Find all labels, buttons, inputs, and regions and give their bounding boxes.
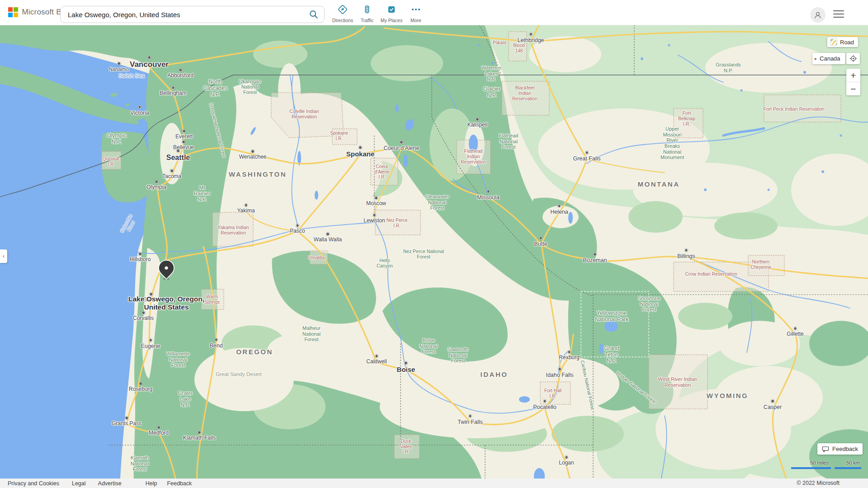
map-label-blackfeet-indian-reservation: Blackfeet Indian Reservation [512,85,538,101]
map-label-upper-missouri-river-breaks-national-monument: Upper Missouri River Breaks National Mon… [660,126,684,160]
zoom-in-button[interactable]: + [846,69,860,82]
map-label-missoula: Missoula [477,194,499,201]
map-label-spokane: Spokane [346,150,375,158]
footer-link-privacy-and-cookies[interactable]: Privacy and Cookies [8,480,59,487]
map-label-casper: Casper [764,404,782,410]
map-label-coeur-d-alene: Coeur d'Alene [384,145,420,151]
locate-me-button[interactable] [846,53,860,64]
map-label-north-cascades-n-p: North Cascades N.P. [203,79,227,98]
map-label-bridger-national-forest: Bridger National Forest [615,370,657,404]
ellipsis-icon [410,4,421,15]
map-feedback-button[interactable]: Feedback [817,443,863,455]
map-label-quinault-i-r: Quinault I.R [102,156,119,167]
hamburger-menu-icon[interactable] [833,10,844,19]
map-label-wyoming: WYOMING [707,392,749,399]
map-label-bellevue: Bellevue [173,145,194,151]
nav-my-places[interactable]: My Places [379,4,404,23]
footer-bar: Privacy and CookiesLegalAdvertiseHelpFee… [0,479,868,488]
map-label-idaho: IDAHO [481,371,508,378]
map-label-grants-pass: Grants Pass [112,421,142,427]
map-label-hillsboro: Hillsboro [130,257,151,263]
map-label-willamette-national-forest: Willamette National Forest [166,351,189,368]
map-label-walla-walla: Walla Walla [314,237,342,243]
map-label-duck-valley-i-r: Duck Valley I.R. [400,439,412,455]
search-input[interactable] [61,11,303,19]
scale-miles-bar [791,467,831,469]
map-label-northern-cheyenne: Northern Cheyenne [750,259,771,270]
map-label-umatilla: Umatilla [308,255,325,261]
scale-miles-label: 50 miles [810,460,829,465]
map-label-shoshone-national-forest: Shoshone National Forest [638,296,660,313]
map-label-blood-148: Blood 148 [513,43,525,53]
map-label-yakama-indian-reservation: Yakama Indian Reservation [217,225,249,235]
map-label-vancouver: Vancouver [130,60,169,69]
search-icon [309,9,319,19]
zoom-control: + − [846,69,860,95]
map-label-nez-perce-i-r: Nez Perce I.R. [387,218,408,228]
map-label-sawtooth-national-forest: Sawtooth National Forest [448,347,468,364]
map-label-everett: Everett [175,134,193,140]
footer-link-advertise[interactable]: Advertise [98,480,122,487]
account-avatar[interactable] [810,7,826,23]
map-labels-layer: VancouverNanaimoSalish SeaAbbotsfordBell… [0,25,868,488]
nav-directions[interactable]: Directions [330,4,355,23]
map-label-wind-river-indian-reservation: Wind River Indian Reservation [658,376,698,388]
location-pin[interactable] [157,259,175,280]
map-label-colville-indian-reservation: Colville Indian Reservation [289,108,319,119]
zoom-out-button[interactable]: − [846,82,860,95]
map-label-columbia-river: Columbia River [119,213,138,236]
map-label-logan: Logan [559,460,574,466]
map-label-gillette: Gillette [787,331,803,338]
footer-link-feedback[interactable]: Feedback [167,480,192,487]
collapse-panel-tab[interactable]: ‹ [0,249,7,263]
map-label-pocatello: Pocatello [533,404,556,410]
map-label-corvallis: Corvallis [133,315,154,322]
locate-icon [849,55,857,62]
map-label-oregon: OREGON [236,348,273,356]
map-label-clearwater-national-forest: Clearwater National Forest [425,194,449,211]
copyright-text: © 2022 Microsoft [797,480,840,486]
map-label-okanogan-national-forest: Okanogan National Forest [239,79,261,95]
search-box[interactable] [60,6,325,23]
map-label-yellowstone-national-park: Yellowstone National Park [594,310,628,323]
map-label-coeur-d-alene-i-r: Coeur d'Alene I.R. [374,164,389,180]
map-label-idaho-falls: Idaho Falls [546,372,573,378]
footer-link-legal[interactable]: Legal [72,480,86,487]
map-label-caribou-national-forest: Caribou National Forest [580,360,596,410]
region-label: Canada [820,55,840,62]
map-label-fort-hall-i-r: Fort Hall I.R. [544,388,561,399]
map-label-bozeman: Bozeman [583,257,607,263]
map-label-medford: Medford [149,430,169,436]
microsoft-logo-icon [8,7,18,17]
map-label-malheur-national-forest: Malheur National Forest [302,325,321,343]
map-label-snoqualmie-national-forest: Snoqualmie National Forest [208,103,226,158]
map-label-grand-teton-n-p: Grand Teton N.P. [604,346,619,364]
footer-link-help[interactable]: Help [146,480,157,487]
person-icon [813,10,823,20]
nav-directions-label: Directions [330,18,355,23]
map-label-crow-indian-reservation: Crow Indian Reservation [685,271,737,277]
map-label-bellingham: Bellingham [160,90,186,97]
map-label-grasslands-n-p: Grasslands N.P. [716,62,741,73]
map-label-helena: Helena [550,209,568,215]
region-button[interactable]: ▸ Canada [812,53,845,64]
map-label-flathead-indian-reservation: Flathead Indian Reservation [461,148,486,164]
map-label-twin-falls: Twin Falls [458,419,483,425]
map-label-caldwell: Caldwell [366,359,387,365]
search-button[interactable] [303,6,324,23]
map-label-olympia: Olympia [146,184,166,191]
map-label-hells-canyon: Hells Canyon [377,258,393,268]
nav-traffic-label: Traffic [355,18,379,23]
map-label-yakima: Yakima [237,208,255,214]
map-label-boise-national-forest: Boise National Forest [420,338,438,355]
map-style-button[interactable]: Road [827,37,858,47]
map-label-spokane-i-r: Spokane I.R. [330,131,348,141]
scale-km-label: 50 km [846,460,860,465]
nav-more[interactable]: More [404,4,428,23]
map-style-icon [830,38,837,46]
nav-traffic[interactable]: Traffic [355,4,379,23]
map-label-seattle: Seattle [166,154,190,162]
map-label-kalispell: Kalispell [467,122,488,128]
map-canvas[interactable]: VancouverNanaimoSalish SeaAbbotsfordBell… [0,25,868,488]
map-label-crater-lake-n-p: Crater Lake N.P. [178,390,193,408]
